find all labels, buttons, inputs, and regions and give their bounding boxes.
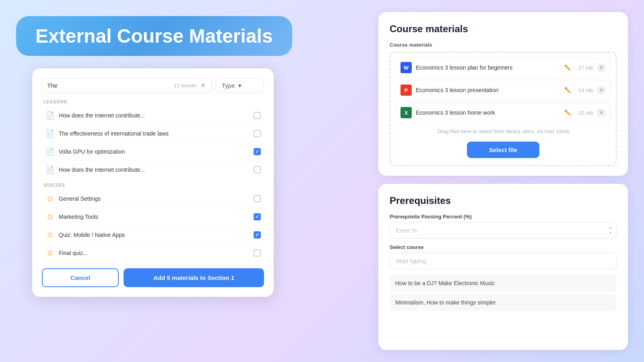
- doc-icon: 📄: [45, 129, 55, 138]
- list-item[interactable]: 📄 How does the Internet contribute...: [42, 107, 264, 125]
- suggestions-list: How to be a DJ? Make Electronic Music Mi…: [390, 275, 617, 311]
- file-name: Economics 3 lesson plan for beginners: [416, 64, 560, 71]
- checkbox-checked[interactable]: [254, 213, 261, 220]
- select-course-input[interactable]: [390, 253, 617, 269]
- quiz-icon: ⊙: [45, 248, 55, 258]
- upload-area: W Economics 3 lesson plan for beginners …: [390, 52, 617, 166]
- search-input[interactable]: [47, 82, 171, 89]
- checkbox[interactable]: [254, 166, 261, 173]
- file-row: P Economics 3 lesson presentation ✏️ 14 …: [395, 80, 611, 100]
- file-row: W Economics 3 lesson plan for beginners …: [395, 58, 611, 78]
- edit-icon[interactable]: ✏️: [564, 109, 571, 116]
- list-item[interactable]: ⊙ Marketing Tools: [42, 208, 264, 226]
- hero-title-badge: External Course Materials: [16, 16, 292, 56]
- search-modal: 11 results ✕ Type ▾ LESSONS 📄 How does t…: [32, 68, 274, 297]
- spinner-buttons: ▲ ▼: [608, 226, 613, 235]
- select-course-wrap: [390, 253, 617, 269]
- item-label: How does the Internet contribute...: [59, 167, 250, 173]
- checkbox-checked[interactable]: [254, 231, 261, 239]
- file-row: X Economics 3 lesson home work ✏️ 12 mb …: [395, 103, 611, 123]
- quiz-icon: ⊙: [45, 212, 55, 222]
- item-label: How does the Internet contribute...: [59, 112, 250, 119]
- type-dropdown[interactable]: Type ▾: [216, 78, 264, 93]
- chevron-down-icon: ▾: [238, 82, 242, 89]
- prerequisites-panel: Prerequisites Prerequisite Passing Perce…: [378, 184, 628, 350]
- item-label: Marketing Tools: [59, 214, 250, 220]
- passing-percent-input[interactable]: [390, 222, 617, 239]
- hero-title: External Course Materials: [35, 25, 273, 47]
- suggestion-item[interactable]: How to be a DJ? Make Electronic Music: [390, 275, 617, 292]
- spinner-up-button[interactable]: ▲: [608, 226, 613, 230]
- drag-hint: Drag files here or select from library, …: [395, 125, 611, 138]
- word-icon: W: [400, 62, 412, 73]
- list-item[interactable]: ⊙ Final quiz...: [42, 244, 264, 262]
- item-label: The effectiveness of international trade…: [59, 130, 250, 137]
- suggestion-item[interactable]: Minimalism, How to make things simpler: [390, 294, 617, 311]
- result-count: 11 results: [174, 82, 196, 88]
- list-item[interactable]: 📄 How does the Internet contribute...: [42, 161, 264, 179]
- list-item[interactable]: ⊙ Quiz: Mobile / Native Apps: [42, 226, 264, 244]
- course-materials-title: Course materials: [390, 23, 617, 35]
- lessons-section-label: LESSONS: [42, 99, 264, 104]
- list-item[interactable]: ⊙ General Settings: [42, 190, 264, 208]
- edit-icon[interactable]: ✏️: [564, 87, 571, 93]
- doc-icon: 📄: [45, 165, 55, 175]
- file-size: 14 mb: [578, 87, 593, 93]
- item-label: General Settings: [59, 195, 250, 202]
- modal-footer: Cancel Add 5 materials to Section 1: [42, 268, 264, 287]
- checkbox[interactable]: [254, 130, 261, 137]
- select-course-label: Select course: [390, 244, 617, 250]
- course-materials-section-label: Course materials: [390, 42, 617, 48]
- list-item[interactable]: 📄 Volta GPU for optimization: [42, 143, 264, 161]
- list-item[interactable]: 📄 The effectiveness of international tra…: [42, 125, 264, 143]
- checkbox-checked[interactable]: [254, 148, 261, 155]
- file-name: Economics 3 lesson home work: [416, 109, 560, 116]
- select-file-button[interactable]: Select file: [467, 142, 539, 158]
- right-section: Course materials Course materials W Econ…: [362, 0, 644, 362]
- checkbox[interactable]: [254, 112, 261, 119]
- remove-file-button[interactable]: ✕: [597, 63, 606, 72]
- item-label: Quiz: Mobile / Native Apps: [59, 232, 250, 238]
- file-size: 12 mb: [578, 110, 593, 116]
- checkbox[interactable]: [254, 249, 261, 257]
- type-dropdown-label: Type: [222, 82, 235, 89]
- quizzes-list: ⊙ General Settings ⊙ Marketing Tools ⊙ Q…: [42, 190, 264, 262]
- item-label: Volta GPU for optimization: [59, 148, 250, 155]
- cancel-button[interactable]: Cancel: [42, 268, 119, 287]
- edit-icon[interactable]: ✏️: [564, 64, 571, 71]
- add-materials-button[interactable]: Add 5 materials to Section 1: [124, 268, 264, 287]
- spinner-down-button[interactable]: ▼: [608, 231, 613, 235]
- quiz-icon: ⊙: [45, 230, 55, 240]
- passing-percent-label: Prerequisite Passing Percent (%): [390, 214, 617, 220]
- excel-icon: X: [400, 107, 412, 118]
- search-input-wrap: 11 results ✕: [42, 78, 212, 93]
- passing-percent-wrap: ▲ ▼: [390, 222, 617, 239]
- quizzes-section-label: QUIZZES: [42, 183, 264, 187]
- prerequisites-title: Prerequisites: [390, 195, 617, 206]
- course-materials-panel: Course materials Course materials W Econ…: [378, 12, 628, 176]
- ppt-icon: P: [400, 84, 412, 96]
- lessons-list: 📄 How does the Internet contribute... 📄 …: [42, 107, 264, 179]
- clear-search-button[interactable]: ✕: [200, 82, 206, 89]
- checkbox[interactable]: [254, 195, 261, 202]
- doc-icon: 📄: [45, 111, 55, 120]
- file-name: Economics 3 lesson presentation: [416, 87, 560, 93]
- item-label: Final quiz...: [59, 250, 250, 256]
- search-bar-row: 11 results ✕ Type ▾: [42, 78, 264, 93]
- remove-file-button[interactable]: ✕: [597, 86, 606, 95]
- file-size: 17 mb: [578, 65, 593, 71]
- doc-icon: 📄: [45, 147, 55, 156]
- quiz-icon: ⊙: [45, 194, 55, 204]
- remove-file-button[interactable]: ✕: [597, 108, 606, 117]
